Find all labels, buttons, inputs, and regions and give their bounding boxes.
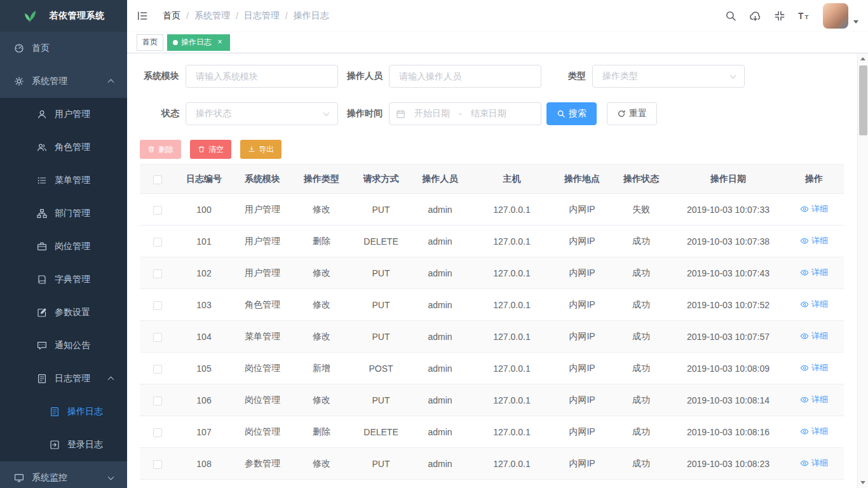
eye-icon (800, 332, 809, 341)
operator-input[interactable] (389, 65, 541, 88)
module-input[interactable] (186, 65, 338, 88)
date-range-picker[interactable]: 开始日期 - 结束日期 (389, 102, 541, 125)
detail-link[interactable]: 详细 (800, 299, 828, 310)
type-select-placeholder: 操作类型 (602, 71, 638, 82)
scrollbar-thumb[interactable] (859, 65, 867, 135)
col-header-date: 操作日期 (672, 165, 784, 194)
login-log-icon (50, 440, 60, 450)
search-button[interactable]: 搜索 (546, 102, 597, 125)
sidebar-item-role[interactable]: 角色管理 (0, 131, 127, 164)
sidebar-item-dict[interactable]: 字典管理 (0, 263, 127, 296)
delete-button[interactable]: 删除 (140, 140, 181, 159)
cell-module: 参数管理 (245, 458, 280, 468)
avatar[interactable] (823, 3, 848, 29)
sidebar-item-label: 通知公告 (55, 340, 90, 351)
row-checkbox[interactable] (153, 301, 162, 310)
sidebar-item-log[interactable]: 日志管理 (0, 362, 127, 395)
row-checkbox[interactable] (153, 460, 162, 469)
hamburger-icon[interactable] (127, 0, 158, 32)
cell-id: 105 (196, 363, 211, 374)
tab-close-icon[interactable]: × (215, 38, 224, 47)
user-icon (37, 109, 47, 119)
col-header-module: 系统模块 (233, 165, 292, 194)
sidebar-item-monitor[interactable]: 系统监控 (0, 461, 127, 488)
clear-button-label: 清空 (208, 144, 224, 155)
navbar-right: T T (719, 0, 868, 32)
cell-location: 内网IP (569, 204, 595, 214)
reset-button[interactable]: 重置 (607, 102, 657, 125)
fullscreen-icon[interactable] (768, 0, 792, 32)
scrollbar-track[interactable] (858, 64, 868, 477)
detail-link[interactable]: 详细 (800, 235, 828, 247)
detail-link[interactable]: 详细 (800, 394, 828, 405)
type-select[interactable]: 操作类型 (592, 65, 745, 88)
vertical-scrollbar[interactable] (857, 53, 868, 488)
row-checkbox[interactable] (153, 206, 162, 215)
select-all-checkbox[interactable] (153, 175, 162, 184)
row-checkbox[interactable] (153, 238, 162, 247)
row-checkbox[interactable] (153, 365, 162, 374)
chevron-down-icon (323, 110, 330, 116)
sidebar-item-config[interactable]: 参数设置 (0, 296, 127, 329)
detail-link[interactable]: 详细 (800, 203, 828, 215)
sidebar-item-home[interactable]: 首页 (0, 32, 127, 65)
sidebar-item-operlog[interactable]: 操作日志 (0, 395, 127, 428)
sidebar-item-post[interactable]: 岗位管理 (0, 230, 127, 263)
status-select[interactable]: 操作状态 (186, 102, 338, 125)
breadcrumb-item[interactable]: 首页 (163, 10, 180, 22)
cell-operator: admin (428, 300, 452, 310)
sidebar-item-user[interactable]: 用户管理 (0, 98, 127, 131)
calendar-icon (396, 109, 405, 119)
detail-link[interactable]: 详细 (800, 267, 828, 278)
tab-operlog[interactable]: 操作日志× (167, 34, 230, 51)
cell-host: 127.0.0.1 (493, 205, 530, 215)
scroll-down-button[interactable] (858, 477, 868, 488)
cloud-download-icon[interactable] (743, 0, 768, 32)
operator-label: 操作人员 (343, 71, 383, 82)
cell-type: 修改 (313, 299, 330, 309)
eye-icon (800, 459, 809, 468)
date-start-placeholder: 开始日期 (414, 108, 450, 119)
row-checkbox[interactable] (153, 428, 162, 437)
font-size-icon[interactable]: T T (792, 0, 817, 32)
row-checkbox[interactable] (153, 269, 162, 278)
sidebar-item-logininfor[interactable]: 登录日志 (0, 428, 127, 461)
chevron-up-icon (108, 79, 114, 85)
sidebar-item-menu[interactable]: 菜单管理 (0, 164, 127, 197)
cell-module: 岗位管理 (245, 363, 280, 373)
app-logo[interactable]: 若依管理系统 (0, 0, 127, 32)
cell-status: 成功 (632, 299, 650, 309)
row-checkbox[interactable] (153, 396, 162, 405)
tab-home[interactable]: 首页 (137, 34, 163, 51)
cell-location: 内网IP (569, 268, 595, 278)
detail-link[interactable]: 详细 (800, 362, 828, 374)
table-header-row: 日志编号系统模块操作类型请求方式操作人员主机操作地点操作状态操作日期操作 (140, 165, 844, 194)
cell-id: 107 (196, 427, 211, 437)
status-label: 状态 (140, 108, 179, 119)
cell-date: 2019-10-03 10:07:43 (687, 268, 770, 278)
sidebar-item-system[interactable]: 系统管理 (0, 65, 127, 98)
caret-down-icon[interactable] (853, 20, 858, 24)
filter-row-2: 状态 操作状态 操作时间 开始日期 (140, 102, 844, 125)
col-header-type: 操作类型 (292, 165, 351, 194)
eye-icon (800, 236, 809, 245)
detail-link[interactable]: 详细 (800, 330, 828, 342)
cell-location: 内网IP (569, 458, 595, 468)
cell-operator: admin (428, 332, 452, 342)
export-button[interactable]: 导出 (240, 140, 281, 159)
sidebar-item-notice[interactable]: 通知公告 (0, 329, 127, 362)
detail-link[interactable]: 详细 (800, 458, 828, 469)
row-checkbox[interactable] (153, 333, 162, 342)
scroll-up-button[interactable] (858, 53, 868, 64)
page-content: 系统模块 操作人员 类型 操作类型 状态 (127, 53, 868, 488)
detail-link-label: 详细 (811, 394, 828, 405)
cell-operator: admin (428, 268, 452, 278)
sidebar-item-label: 岗位管理 (55, 241, 90, 252)
clear-button[interactable]: 清空 (190, 140, 231, 159)
col-header-location: 操作地点 (554, 165, 610, 194)
cell-type: 修改 (313, 331, 330, 341)
detail-link[interactable]: 详细 (800, 426, 828, 437)
cell-date: 2019-10-03 10:07:52 (687, 300, 770, 310)
search-icon[interactable] (719, 0, 743, 32)
sidebar-item-dept[interactable]: 部门管理 (0, 197, 127, 230)
